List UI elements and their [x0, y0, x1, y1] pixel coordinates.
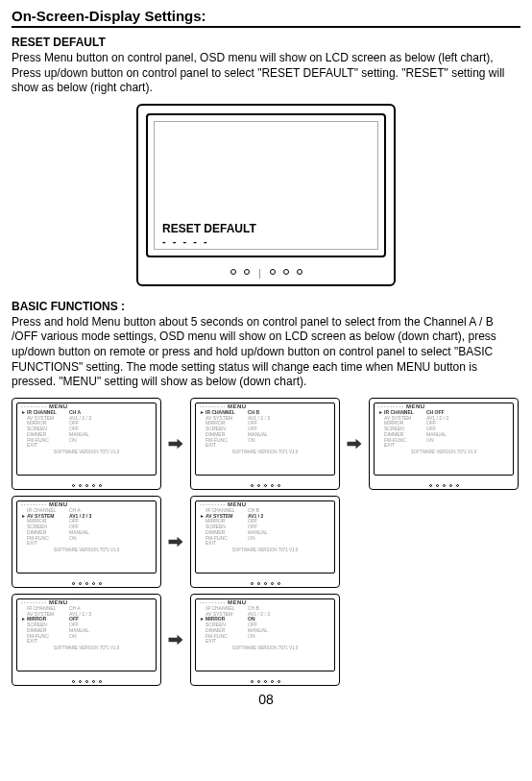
menu-screen: - - - - - - - - - MENU►IR CHANNELCH BAV … [190, 398, 340, 490]
menu-row-1: - - - - - - - - - MENU►IR CHANNELCH AAV … [12, 398, 520, 490]
page-number: 08 [12, 692, 520, 707]
menu-screen: - - - - - - - - - MENU►IR CHANNELCH AAV … [12, 398, 161, 490]
page-title: On-Screen-Display Settings: [12, 8, 520, 28]
arrow-right-icon [346, 437, 363, 451]
menu-screen: - - - - - - - - - MENUIR CHANNELCH BAV S… [190, 594, 340, 686]
menu-screen: - - - - - - - - - MENUIR CHANNELCH AAV S… [12, 594, 161, 686]
menu-screen: - - - - - - - - - MENUIR CHANNELCH B►AV … [190, 496, 340, 588]
menu-screen: - - - - - - - - - MENU►IR CHANNELCH OFFA… [369, 398, 519, 490]
menu-screen: - - - - - - - - - MENUIR CHANNELCH A►AV … [12, 496, 161, 588]
basic-paragraph: Press and hold Menu button about 5 secon… [12, 315, 520, 390]
reset-default-label: RESET DEFAULT [162, 222, 256, 235]
arrow-right-icon [167, 535, 184, 549]
arrow-right-icon [167, 437, 184, 451]
monitor-controls [138, 269, 394, 279]
basic-heading: BASIC FUNCTIONS : [12, 300, 520, 313]
reset-monitor-illustration: RESET DEFAULT - - - - - [12, 104, 520, 286]
menu-row-3: - - - - - - - - - MENUIR CHANNELCH AAV S… [12, 594, 520, 686]
reset-heading: RESET DEFAULT [12, 36, 520, 49]
reset-dashes: - - - - - [162, 235, 209, 247]
reset-paragraph: Press Menu button on control panel, OSD … [12, 51, 520, 96]
menu-row-2: - - - - - - - - - MENUIR CHANNELCH A►AV … [12, 496, 520, 588]
arrow-right-icon [167, 633, 184, 647]
